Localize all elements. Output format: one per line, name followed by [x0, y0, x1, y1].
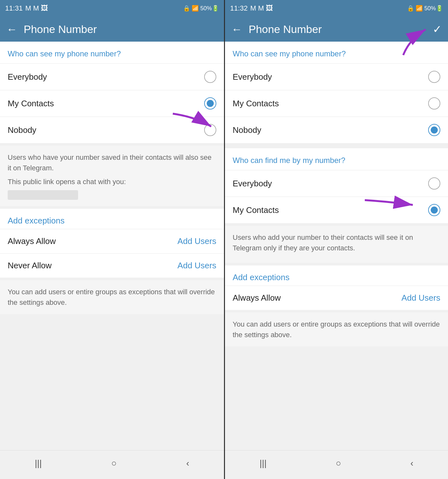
- bottom-nav-2: ||| ○ ‹: [225, 450, 448, 479]
- page-title-2: Phone Number: [249, 23, 426, 36]
- option-mycontacts-label-1: My Contacts: [8, 99, 54, 109]
- always-allow-label-1: Always Allow: [8, 236, 56, 246]
- public-link-box: [8, 190, 78, 200]
- option-nobody-label-1: Nobody: [8, 125, 36, 135]
- add-exceptions-title-2: Add exceptions: [225, 265, 448, 286]
- status-icons-2: M M 🖼: [250, 4, 273, 12]
- battery-1: 🔒 📶 50%🔋: [183, 5, 219, 12]
- info-text-1: Users who have your number saved in thei…: [8, 152, 216, 173]
- option-mycontacts-radio-2[interactable]: [428, 97, 440, 110]
- option-everybody-2[interactable]: Everybody: [225, 63, 448, 90]
- content-2: Who can see my phone number? Everybody M…: [225, 42, 448, 450]
- add-exceptions-section-2: Add exceptions Always Allow Add Users: [225, 265, 448, 310]
- back-button-2[interactable]: ←: [231, 23, 242, 36]
- find-me-section: Who can find me by my number? Everybody …: [225, 148, 448, 223]
- never-allow-label-1: Never Allow: [8, 261, 52, 271]
- back-nav-icon-2[interactable]: ‹: [410, 458, 413, 468]
- home-icon-1[interactable]: ○: [111, 458, 117, 468]
- status-bar-1: 11:31 M M 🖼 🔒 📶 50%🔋: [0, 0, 224, 17]
- phone-panel-2: 11:32 M M 🖼 🔒 📶 50%🔋 ← Phone Number ✓ Wh…: [224, 0, 448, 479]
- option-nobody-radio-2[interactable]: [428, 124, 440, 136]
- option-everybody-radio-1[interactable]: [204, 71, 216, 83]
- option-mycontacts-radio-1[interactable]: [204, 97, 216, 110]
- time-2: 11:32: [230, 4, 248, 12]
- status-bar-left-1: 11:31 M M 🖼: [5, 4, 48, 12]
- option-everybody-label-2: Everybody: [233, 72, 272, 82]
- status-icons-1: M M 🖼: [25, 4, 48, 12]
- home-icon-2[interactable]: ○: [336, 458, 341, 468]
- option-mycontacts-1[interactable]: My Contacts: [0, 90, 224, 117]
- always-allow-label-2: Always Allow: [233, 293, 281, 303]
- battery-2: 🔒 📶 50%🔋: [407, 5, 443, 12]
- phone-visibility-section-1: Who can see my phone number? Everybody M…: [0, 42, 224, 143]
- find-mycontacts-radio[interactable]: [428, 204, 440, 216]
- status-bar-left-2: 11:32 M M 🖼: [230, 4, 273, 12]
- never-allow-add-users-1[interactable]: Add Users: [178, 261, 216, 271]
- never-allow-item-1[interactable]: Never Allow Add Users: [0, 253, 224, 278]
- option-everybody-label-1: Everybody: [8, 72, 47, 82]
- add-exceptions-title-1: Add exceptions: [0, 209, 224, 229]
- status-bar-right-1: 🔒 📶 50%🔋: [183, 5, 219, 12]
- find-me-title: Who can find me by my number?: [225, 148, 448, 170]
- always-allow-item-1[interactable]: Always Allow Add Users: [0, 229, 224, 253]
- back-button-1[interactable]: ←: [6, 23, 17, 36]
- find-everybody-label: Everybody: [233, 179, 272, 189]
- footer-info-1: You can add users or entire groups as ex…: [0, 280, 224, 314]
- find-mycontacts-label: My Contacts: [233, 205, 279, 215]
- info-box-1: Users who have your number saved in thei…: [0, 146, 224, 206]
- back-nav-icon-1[interactable]: ‹: [186, 458, 189, 468]
- confirm-button-2[interactable]: ✓: [433, 23, 442, 36]
- option-nobody-radio-1[interactable]: [204, 124, 216, 136]
- option-nobody-2[interactable]: Nobody: [225, 117, 448, 143]
- info-text-panel2: Users who add your number to their conta…: [233, 232, 440, 253]
- page-title-1: Phone Number: [24, 23, 218, 36]
- section-title-2: Who can see my phone number?: [225, 42, 448, 63]
- bottom-nav-1: ||| ○ ‹: [0, 450, 224, 479]
- option-mycontacts-2[interactable]: My Contacts: [225, 90, 448, 117]
- info-box-2: Users who add your number to their conta…: [225, 226, 448, 263]
- time-1: 11:31: [5, 4, 23, 12]
- phone-panel-1: 11:31 M M 🖼 🔒 📶 50%🔋 ← Phone Number Who …: [0, 0, 224, 479]
- status-bar-2: 11:32 M M 🖼 🔒 📶 50%🔋: [225, 0, 448, 17]
- find-everybody[interactable]: Everybody: [225, 170, 448, 197]
- add-exceptions-section-1: Add exceptions Always Allow Add Users Ne…: [0, 209, 224, 278]
- find-everybody-radio[interactable]: [428, 177, 440, 190]
- footer-info-2: You can add users or entire groups as ex…: [225, 313, 448, 346]
- recent-apps-icon-1[interactable]: |||: [35, 458, 42, 468]
- always-allow-add-users-2[interactable]: Add Users: [402, 293, 440, 303]
- option-nobody-1[interactable]: Nobody: [0, 117, 224, 143]
- recent-apps-icon-2[interactable]: |||: [260, 458, 267, 468]
- footer-info-text-2: You can add users or entire groups as ex…: [233, 319, 440, 340]
- always-allow-item-2[interactable]: Always Allow Add Users: [225, 286, 448, 310]
- find-mycontacts[interactable]: My Contacts: [225, 197, 448, 223]
- content-1: Who can see my phone number? Everybody M…: [0, 42, 224, 450]
- nav-bar-2: ← Phone Number ✓: [225, 17, 448, 42]
- footer-info-text-1: You can add users or entire groups as ex…: [8, 287, 216, 308]
- option-everybody-1[interactable]: Everybody: [0, 63, 224, 90]
- nav-bar-1: ← Phone Number: [0, 17, 224, 42]
- option-everybody-radio-2[interactable]: [428, 71, 440, 83]
- info-text-2: This public link opens a chat with you:: [8, 176, 216, 187]
- option-mycontacts-label-2: My Contacts: [233, 99, 279, 109]
- status-bar-right-2: 🔒 📶 50%🔋: [407, 5, 443, 12]
- option-nobody-label-2: Nobody: [233, 125, 261, 135]
- phone-visibility-section-2: Who can see my phone number? Everybody M…: [225, 42, 448, 143]
- section-title-1: Who can see my phone number?: [0, 42, 224, 63]
- always-allow-add-users-1[interactable]: Add Users: [178, 236, 216, 246]
